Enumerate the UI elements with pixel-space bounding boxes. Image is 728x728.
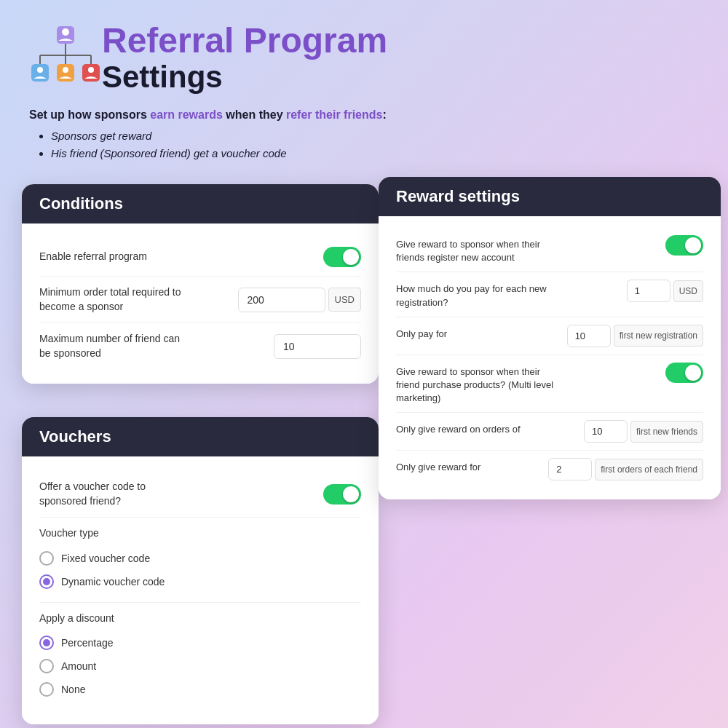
reward-card: Reward settings Give reward to sponsor w… <box>379 177 721 499</box>
give-reward-purchase-row: Give reward to sponsor when their friend… <box>396 355 703 414</box>
only-give-reward-orders-input[interactable] <box>584 420 628 443</box>
fixed-voucher-radio[interactable] <box>39 551 54 566</box>
give-reward-reg-toggle[interactable] <box>665 235 703 256</box>
fixed-voucher-option[interactable]: Fixed voucher code <box>39 547 150 570</box>
only-give-reward-orders-row: Only give reward on orders of first new … <box>396 413 703 451</box>
subtitle-text: Set up how sponsors earn rewards when th… <box>29 108 699 122</box>
only-give-reward-for-input-group: first orders of each friend <box>548 458 703 480</box>
enable-referral-row: Enable referral program <box>39 238 361 277</box>
reward-title: Reward settings <box>396 187 703 206</box>
bullet-2: His friend (Sponsored friend) get a vouc… <box>51 145 699 162</box>
reward-header: Reward settings <box>379 177 721 216</box>
none-label: None <box>61 684 85 695</box>
title-line2: Settings <box>102 60 387 94</box>
give-reward-purchase-toggle[interactable] <box>665 363 703 383</box>
percentage-option[interactable]: Percentage <box>39 631 114 654</box>
min-order-label: Minimum order total required to become a… <box>39 285 185 314</box>
svg-point-10 <box>63 67 68 73</box>
dynamic-voucher-radio[interactable] <box>39 574 54 589</box>
only-pay-for-label: Only pay for <box>396 325 556 341</box>
conditions-header: Conditions <box>22 184 379 223</box>
reward-body: Give reward to sponsor when their friend… <box>379 216 721 499</box>
vouchers-title: Vouchers <box>39 427 361 446</box>
only-give-reward-for-input[interactable] <box>548 458 592 480</box>
none-option[interactable]: None <box>39 678 85 701</box>
svg-point-1 <box>62 28 69 36</box>
svg-point-8 <box>37 67 43 73</box>
conditions-title: Conditions <box>39 194 361 213</box>
dynamic-voucher-label: Dynamic voucher code <box>61 576 165 587</box>
vouchers-header: Vouchers <box>22 417 379 456</box>
give-reward-purchase-label: Give reward to sponsor when their friend… <box>396 363 556 405</box>
only-give-reward-for-row: Only give reward for first orders of eac… <box>396 451 703 488</box>
fixed-voucher-label: Fixed voucher code <box>61 553 150 564</box>
percentage-radio[interactable] <box>39 636 54 650</box>
min-order-row: Minimum order total required to become a… <box>39 277 361 323</box>
offer-voucher-toggle[interactable] <box>323 484 361 505</box>
offer-voucher-label: Offer a voucher code to sponsored friend… <box>39 480 185 508</box>
voucher-type-row: Voucher type Fixed voucher code Dynamic … <box>39 518 361 603</box>
max-friends-label: Maximum number of friend can be sponsore… <box>39 332 185 360</box>
pay-per-reg-input-group: USD <box>627 280 703 302</box>
only-pay-for-row: Only pay for first new registration <box>396 317 703 355</box>
cards-container: Conditions Enable referral program Minim… <box>0 177 728 628</box>
amount-label: Amount <box>61 660 96 672</box>
vouchers-card: Vouchers Offer a voucher code to sponsor… <box>22 417 379 724</box>
conditions-card: Conditions Enable referral program Minim… <box>22 184 379 384</box>
header: Referral Program Settings <box>0 0 728 101</box>
benefits-list: Sponsors get reward His friend (Sponsore… <box>29 127 699 162</box>
only-give-reward-for-suffix: first orders of each friend <box>595 459 703 480</box>
min-order-input-group: USD <box>238 288 361 312</box>
discount-label: Apply a discount <box>39 612 114 626</box>
min-order-input[interactable] <box>238 288 325 312</box>
max-friends-input-group <box>274 334 361 359</box>
amount-option[interactable]: Amount <box>39 654 96 678</box>
enable-referral-toggle[interactable] <box>323 247 361 267</box>
subtitle-section: Set up how sponsors earn rewards when th… <box>0 101 728 177</box>
min-order-suffix: USD <box>328 288 361 312</box>
title-line1: Referral Program <box>102 22 387 60</box>
only-give-reward-orders-label: Only give reward on orders of <box>396 420 556 436</box>
only-give-reward-for-label: Only give reward for <box>396 458 548 474</box>
pay-per-reg-row: How much do you pay for each new registr… <box>396 272 703 317</box>
voucher-type-label: Voucher type <box>39 526 99 541</box>
highlight-earn-rewards: earn rewards <box>150 108 223 121</box>
dynamic-voucher-option[interactable]: Dynamic voucher code <box>39 570 165 593</box>
only-pay-for-input-group: first new registration <box>567 325 703 347</box>
only-give-reward-orders-input-group: first new friends <box>584 420 703 443</box>
only-pay-for-input[interactable] <box>567 325 611 347</box>
svg-point-12 <box>88 67 94 73</box>
conditions-body: Enable referral program Minimum order to… <box>22 223 379 384</box>
bullet-1: Sponsors get reward <box>51 127 699 145</box>
percentage-label: Percentage <box>61 637 114 649</box>
pay-per-reg-label: How much do you pay for each new registr… <box>396 280 556 309</box>
vouchers-body: Offer a voucher code to sponsored friend… <box>22 456 379 724</box>
pay-per-reg-suffix: USD <box>673 280 703 302</box>
org-chart-icon <box>29 25 102 90</box>
max-friends-row: Maximum number of friend can be sponsore… <box>39 323 361 369</box>
highlight-refer-friends: refer their friends <box>286 108 382 121</box>
only-give-reward-orders-suffix: first new friends <box>630 421 703 443</box>
pay-per-reg-input[interactable] <box>627 280 670 302</box>
amount-radio[interactable] <box>39 659 54 673</box>
none-radio[interactable] <box>39 682 54 697</box>
give-reward-reg-label: Give reward to sponsor when their friend… <box>396 235 556 264</box>
enable-referral-label: Enable referral program <box>39 250 185 264</box>
max-friends-input[interactable] <box>274 334 361 359</box>
only-pay-for-suffix: first new registration <box>614 325 703 347</box>
discount-row: Apply a discount Percentage Amount None <box>39 603 361 711</box>
give-reward-reg-row: Give reward to sponsor when their friend… <box>396 228 703 272</box>
offer-voucher-row: Offer a voucher code to sponsored friend… <box>39 471 361 518</box>
title-block: Referral Program Settings <box>102 22 387 94</box>
